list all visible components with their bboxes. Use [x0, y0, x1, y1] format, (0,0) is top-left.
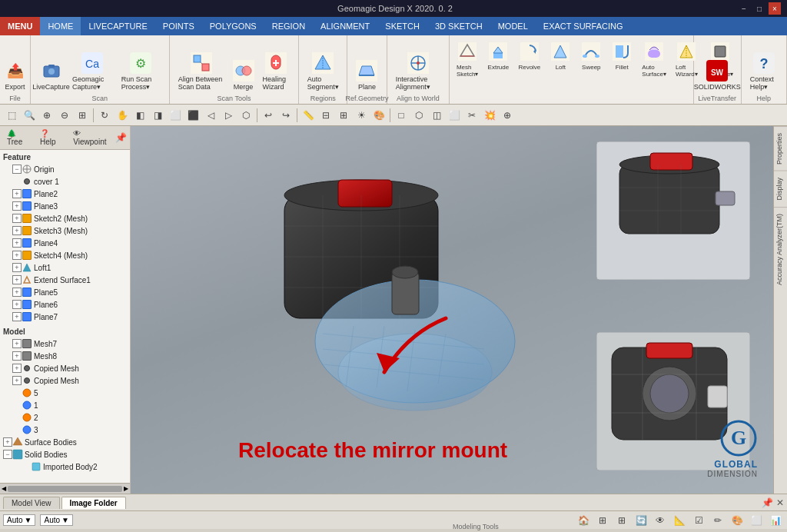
tb-front[interactable]: ◧ [131, 107, 148, 124]
tb-2d[interactable]: □ [393, 107, 410, 124]
tree-item-sketch4[interactable]: + Sketch4 (Mesh) [0, 249, 130, 261]
tab-model-view[interactable]: Model View [3, 497, 60, 509]
tb-section[interactable]: ⊟ [317, 107, 334, 124]
expand-mesh7[interactable]: + [12, 339, 22, 348]
tb-rotate[interactable]: ↻ [96, 107, 113, 124]
tb-material[interactable]: 🎨 [370, 107, 387, 124]
expand-sketch4[interactable]: + [12, 251, 22, 260]
fillet-button[interactable]: Fillet [607, 38, 636, 73]
tree-item-mesh7[interactable]: + Mesh7 [0, 337, 130, 350]
tb-zoom-out[interactable]: ⊖ [56, 107, 73, 124]
tree-item-cover1[interactable]: cover 1 [0, 175, 130, 188]
expand-solid-bodies[interactable]: − [3, 450, 12, 459]
tb-pan[interactable]: ✋ [114, 107, 131, 124]
tree-item-loft1[interactable]: + Loft1 [0, 261, 130, 274]
close-button[interactable]: × [769, 2, 781, 15]
extrude-button[interactable]: Extrude [483, 38, 513, 73]
tree-item-sketch3[interactable]: + Sketch3 (Mesh) [0, 224, 130, 237]
expand-mesh8[interactable]: + [12, 351, 22, 361]
status-icon-1[interactable]: 🏠 [575, 512, 592, 529]
tb-clip[interactable]: ✂ [463, 107, 480, 124]
tree-item-surface-bodies[interactable]: + Surface Bodies [0, 436, 130, 448]
tree-item-plane3[interactable]: + Plane3 [0, 200, 130, 212]
statusbar-dropdown-1[interactable]: Auto ▼ [3, 514, 35, 526]
auto-segment-button[interactable]: Auto Segment▾ [304, 50, 343, 93]
menu-polygons[interactable]: POLYGONS [202, 17, 264, 35]
tb-shade[interactable]: ⬜ [446, 107, 463, 124]
expand-surface-bodies[interactable]: + [3, 437, 12, 447]
menu-model[interactable]: MODEL [490, 17, 536, 35]
expand-origin[interactable]: − [12, 165, 22, 174]
tb-zoom-box[interactable]: ⊞ [74, 107, 91, 124]
tb-3d[interactable]: ⬡ [410, 107, 427, 124]
status-icon-5[interactable]: 👁 [652, 512, 669, 529]
tb-light[interactable]: ☀ [353, 107, 370, 124]
bottom-pin-icon[interactable]: 📌 [762, 497, 773, 508]
scroll-left[interactable]: ◀ [2, 485, 6, 492]
tree-scrollbar[interactable]: ◀ ▶ [0, 483, 130, 494]
tree-item-copied-mesh-2[interactable]: + Copied Mesh [0, 374, 130, 387]
healing-wizard-button[interactable]: Healing Wizard [259, 50, 294, 93]
tree-tab-help[interactable]: ❓ Help [36, 128, 68, 148]
tb-axis[interactable]: ⊕ [499, 107, 516, 124]
tree-item-sketch2[interactable]: + Sketch2 (Mesh) [0, 212, 130, 224]
status-icon-11[interactable]: 📊 [767, 512, 784, 529]
menu-sketch[interactable]: SKETCH [377, 17, 427, 35]
tb-zoom-in[interactable]: ⊕ [38, 107, 55, 124]
expand-extend-surface1[interactable]: + [12, 275, 22, 284]
expand-sketch2[interactable]: + [12, 214, 22, 223]
tree-tab-tree[interactable]: 🌲 Tree [3, 128, 35, 148]
tree-item-plane5[interactable]: + Plane5 [0, 286, 130, 298]
status-icon-4[interactable]: 🔄 [633, 512, 649, 529]
status-icon-8[interactable]: ✏ [709, 512, 726, 529]
tree-item-plane2[interactable]: + Plane2 [0, 188, 130, 200]
expand-copied-mesh-2[interactable]: + [12, 376, 22, 385]
menu-livecapture[interactable]: LIVECAPTURE [81, 17, 154, 35]
tb-measure[interactable]: 📏 [300, 107, 317, 124]
revolve-button[interactable]: Revolve [514, 38, 544, 73]
scroll-right[interactable]: ▶ [124, 485, 128, 492]
expand-sketch3[interactable]: + [12, 226, 22, 235]
tb-wire[interactable]: ◫ [428, 107, 445, 124]
pin-icon[interactable]: 📌 [115, 132, 127, 143]
align-scan-button[interactable]: Align Between Scan Data [174, 50, 228, 93]
tree-item-solid-bodies[interactable]: − Solid Bodies [0, 448, 130, 461]
context-help-button[interactable]: ? Context Help▾ [746, 50, 782, 93]
status-icon-10[interactable]: ⬜ [748, 512, 765, 529]
expand-plane6[interactable]: + [12, 300, 22, 309]
menu-3dsketch[interactable]: 3D SKETCH [427, 17, 490, 35]
expand-copied-mesh-1[interactable]: + [12, 364, 22, 373]
export-button[interactable]: 📤 Export [1, 58, 30, 93]
tree-item-3[interactable]: 3 [0, 424, 130, 436]
menu-region[interactable]: REGION [264, 17, 313, 35]
tb-right[interactable]: ▷ [220, 107, 237, 124]
status-icon-3[interactable]: ⊞ [613, 512, 630, 529]
sweep-button[interactable]: Sweep [576, 38, 606, 73]
auto-surface-button[interactable]: Auto Surface▾ [638, 38, 670, 80]
tree-item-plane7[interactable]: + Plane7 [0, 311, 130, 323]
statusbar-dropdown-2[interactable]: Auto ▼ [40, 514, 72, 526]
merge-button[interactable]: Merge [230, 58, 257, 93]
tb-select[interactable]: ⬚ [3, 107, 20, 124]
status-icon-6[interactable]: 📐 [671, 512, 688, 529]
tb-grid[interactable]: ⊞ [335, 107, 352, 124]
tb-bottom[interactable]: ⬛ [184, 107, 201, 124]
tree-item-plane4[interactable]: + Plane4 [0, 237, 130, 249]
menu-home[interactable]: HOME [40, 17, 81, 35]
tb-undo[interactable]: ↩ [260, 107, 277, 124]
expand-plane2[interactable]: + [12, 189, 22, 198]
tree-item-5[interactable]: 5 [0, 387, 130, 399]
expand-loft1[interactable]: + [12, 263, 22, 272]
expand-plane7[interactable]: + [12, 312, 22, 321]
tree-item-1[interactable]: 1 [0, 399, 130, 411]
restore-button[interactable]: □ [753, 2, 765, 15]
sidebar-tab-accuracy[interactable]: Accuracy Analyzer(TM) [774, 207, 787, 291]
status-icon-7[interactable]: ☑ [690, 512, 707, 529]
expand-plane5[interactable]: + [12, 288, 22, 297]
interactive-alignment-button[interactable]: Interactive Alignment▾ [392, 50, 444, 93]
viewport[interactable]: Relocate the mirror mount [131, 126, 773, 494]
tb-back[interactable]: ◨ [149, 107, 166, 124]
mesh-sketch-button[interactable]: Mesh Sketch▾ [453, 38, 482, 80]
menu-points[interactable]: POINTS [155, 17, 202, 35]
loft-button[interactable]: Loft [546, 38, 575, 73]
